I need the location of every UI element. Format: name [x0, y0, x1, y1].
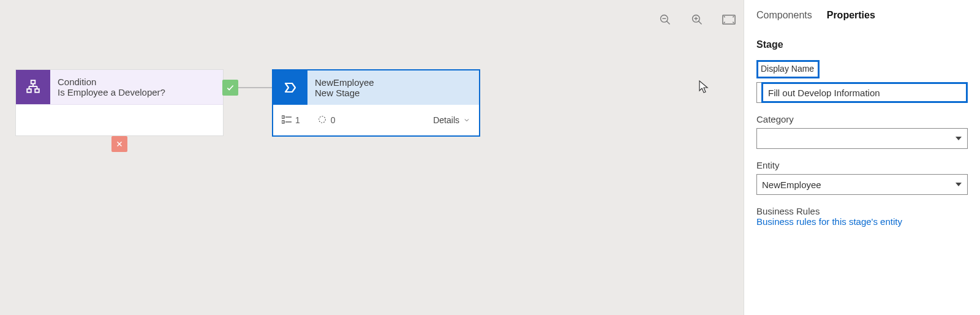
category-select[interactable]: [756, 128, 968, 149]
svg-rect-8: [31, 80, 36, 83]
workflows-count: 0: [331, 115, 336, 125]
condition-branch-icon: [16, 70, 50, 104]
steps-count: 1: [295, 115, 300, 125]
tab-properties[interactable]: Properties: [827, 6, 875, 25]
display-name-input[interactable]: [761, 82, 968, 103]
chevron-down-icon: [463, 116, 470, 124]
entity-label: Entity: [756, 160, 968, 170]
field-business-rules: Business Rules Business rules for this s…: [756, 206, 968, 227]
stage-node-labels: NewEmployee New Stage: [307, 70, 382, 105]
details-label: Details: [433, 115, 459, 125]
workflow-icon: [317, 115, 327, 126]
field-display-name: Display Name: [756, 60, 968, 103]
condition-node-header: Condition Is Employee a Developer?: [16, 70, 223, 105]
zoom-in-icon[interactable]: [690, 12, 704, 27]
category-label: Category: [756, 114, 968, 124]
field-entity: Entity NewEmployee: [756, 160, 968, 195]
steps-icon: [282, 115, 292, 126]
stage-title: New Stage: [315, 88, 374, 98]
zoom-out-icon[interactable]: [658, 12, 673, 27]
condition-title: Is Employee a Developer?: [58, 87, 165, 97]
business-rules-link[interactable]: Business rules for this stage's entity: [756, 216, 968, 227]
panel-section-title: Stage: [756, 39, 968, 50]
cursor-icon: [698, 80, 713, 94]
field-category: Category: [756, 114, 968, 149]
stage-chevron-icon: [273, 70, 307, 105]
fit-to-screen-icon[interactable]: [722, 12, 736, 27]
svg-rect-20: [282, 121, 284, 123]
svg-line-1: [667, 21, 670, 25]
svg-point-22: [318, 116, 325, 123]
panel-tabs: Components Properties: [756, 6, 968, 25]
properties-panel: Components Properties Stage Display Name…: [744, 0, 980, 315]
svg-rect-18: [282, 116, 284, 118]
business-rules-label: Business Rules: [756, 206, 968, 216]
svg-rect-13: [27, 89, 31, 92]
condition-node[interactable]: Condition Is Employee a Developer?: [15, 69, 224, 136]
condition-yes-badge[interactable]: [222, 80, 238, 96]
condition-no-badge[interactable]: [111, 136, 127, 152]
tab-components[interactable]: Components: [756, 6, 812, 25]
stage-entity-label: NewEmployee: [315, 77, 374, 88]
stage-details-toggle[interactable]: Details: [433, 115, 470, 125]
stage-node-selected[interactable]: NewEmployee New Stage 1 0: [272, 69, 480, 137]
display-name-gutter: [756, 82, 761, 103]
stage-node-body: 1 0 Details: [273, 105, 479, 135]
condition-node-labels: Condition Is Employee a Developer?: [50, 70, 173, 104]
designer-canvas[interactable]: Condition Is Employee a Developer?: [0, 0, 744, 315]
canvas-toolbar: [658, 12, 736, 27]
condition-type-label: Condition: [58, 77, 165, 87]
entity-select[interactable]: NewEmployee: [756, 174, 968, 195]
svg-line-4: [699, 21, 702, 25]
svg-rect-14: [35, 89, 39, 92]
display-name-label: Display Name: [756, 60, 820, 78]
condition-node-body: [16, 105, 223, 135]
svg-marker-17: [285, 83, 295, 92]
stage-node-header: NewEmployee New Stage: [273, 70, 479, 105]
